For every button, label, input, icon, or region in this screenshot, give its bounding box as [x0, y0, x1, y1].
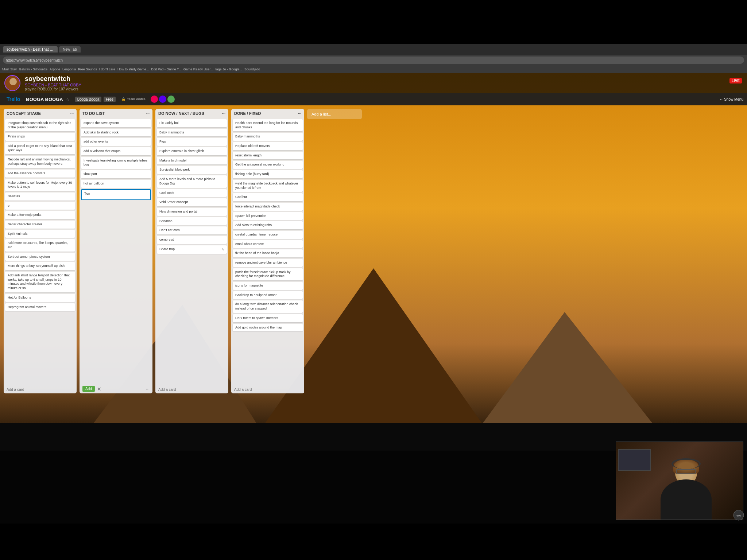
card-done-10[interactable]: Spawn kill prevention	[233, 212, 303, 220]
card-done-3[interactable]: Replace old raft movers	[233, 142, 303, 150]
card-concept-9[interactable]: Make a few mojo perks	[5, 211, 75, 219]
card-concept-11[interactable]: Spirit Animals	[5, 230, 75, 238]
card-donow-6[interactable]: Survivalist Mojo perk	[157, 166, 227, 174]
add-card-done[interactable]: Add a card	[231, 386, 304, 393]
snare-trap-edit-icon[interactable]: ✎	[221, 247, 224, 252]
card-donow-8[interactable]: God Tools	[157, 189, 227, 197]
board-badge-btn[interactable]: Free	[104, 97, 116, 102]
card-done-5[interactable]: Get the antagonist mover working	[233, 161, 303, 169]
column-concept-stage: CONCEPT STAGE ··· Integrate shop cosmeti…	[4, 109, 77, 393]
card-done-13[interactable]: email about context	[233, 240, 303, 248]
inactive-tab[interactable]: New Tab	[59, 46, 81, 52]
bookmark-2[interactable]: Galway - Silhouette	[19, 67, 47, 71]
card-todo-7[interactable]: hot air balloon	[81, 180, 151, 188]
bookmark-11[interactable]: Soundjado	[244, 67, 260, 71]
bookmark-10[interactable]: lage Jo - Google...	[215, 67, 242, 71]
card-todo-6[interactable]: xbox port	[81, 170, 151, 178]
card-donow-1[interactable]: Fix Goldy boi	[157, 119, 227, 127]
card-done-15[interactable]: remove ancient cave blur ambience	[233, 259, 303, 267]
cancel-card-todo-btn[interactable]: ✕	[97, 386, 101, 392]
card-donow-2[interactable]: Baby mammoths	[157, 129, 227, 137]
card-options-icon[interactable]: ···	[146, 386, 150, 392]
streamer-info: soybeentwitch SOYBEEN - BEAT THAT OBBY p…	[25, 75, 743, 91]
browser-chrome: soybeentwitch - Beat That Obby New Tab M…	[0, 44, 747, 73]
streamer-game: SOYBEEN - BEAT THAT OBBY	[25, 83, 743, 87]
add-card-todo-actions: Add ✕ ···	[80, 384, 152, 393]
show-menu-button[interactable]: ← Show Menu	[719, 97, 743, 101]
bookmark-7[interactable]: How to study Game...	[117, 67, 149, 71]
card-donow-13[interactable]: cornbread	[157, 236, 227, 244]
card-todo-3[interactable]: add other events	[81, 138, 151, 146]
card-concept-5[interactable]: add the essence boosters	[5, 170, 75, 178]
card-concept-1[interactable]: Integrate shop cosmetic tab to the right…	[5, 119, 75, 131]
card-concept-6[interactable]: Make button to sell levers for Mojo, eve…	[5, 179, 75, 191]
team-visible-label: Team Visible	[127, 97, 146, 101]
card-done-20[interactable]: Dark totem to spawn meteors	[233, 314, 303, 322]
new-card-input[interactable]: Ton	[81, 189, 151, 200]
card-concept-2[interactable]: Pirate ships	[5, 133, 75, 141]
card-concept-3[interactable]: add a portal to get to the sky island th…	[5, 142, 75, 154]
add-list-button[interactable]: Add a list...	[307, 109, 362, 119]
card-donow-14[interactable]: Snare trap ✎	[157, 245, 227, 254]
card-done-2[interactable]: Baby mammoths	[233, 133, 303, 141]
card-done-21[interactable]: Add gold nodes around the map	[233, 324, 303, 332]
card-concept-10[interactable]: Better character creator	[5, 221, 75, 229]
card-done-14[interactable]: fix the head of the loose banjo	[233, 249, 303, 257]
avatar-3	[167, 96, 175, 103]
card-donow-5[interactable]: Make a bird model	[157, 157, 227, 165]
card-donow-4[interactable]: Explore emerald in chest glitch	[157, 147, 227, 155]
card-done-17[interactable]: icons for magnetite	[233, 282, 303, 290]
card-concept-17[interactable]: Reprogram animal movers	[5, 303, 75, 311]
card-concept-13[interactable]: Sort out armor pierce system	[5, 253, 75, 261]
column-concept-stage-menu[interactable]: ···	[70, 111, 74, 116]
card-done-19[interactable]: do a long term distance teleportation ch…	[233, 300, 303, 312]
card-concept-4[interactable]: Recode raft and animal moving mechanics,…	[5, 156, 75, 168]
add-card-todo-btn[interactable]: Add	[82, 386, 95, 392]
card-done-9[interactable]: force interact magnitude check	[233, 203, 303, 211]
bookmark-4[interactable]: Leaponia	[62, 67, 76, 71]
card-done-6[interactable]: fishing pole (hurry tard)	[233, 170, 303, 178]
bookmark-6[interactable]: I don't care	[99, 67, 115, 71]
bookmark-1[interactable]: Must Stay	[2, 67, 17, 71]
bookmark-3[interactable]: Arpone	[50, 67, 60, 71]
card-donow-11[interactable]: Bananas	[157, 217, 227, 225]
card-done-18[interactable]: Backdrop to equipped armor	[233, 291, 303, 299]
card-done-1[interactable]: Health bars extend too long for ice moun…	[233, 119, 303, 131]
card-done-4[interactable]: reset storm length	[233, 152, 303, 160]
add-card-concept-stage[interactable]: Add a card	[4, 386, 77, 393]
url-input[interactable]	[3, 57, 744, 64]
column-done-cards: Health bars extend too long for ice moun…	[231, 118, 304, 386]
star-icon[interactable]: ☆	[66, 97, 69, 101]
card-concept-14[interactable]: More things to buy, set yourself up bish	[5, 262, 75, 270]
board-subtitle-btn[interactable]: Booga Booga	[75, 97, 102, 102]
card-todo-2[interactable]: Add skin to starting rock	[81, 129, 151, 137]
active-tab[interactable]: soybeentwitch - Beat That Obby	[3, 46, 58, 52]
column-todo-menu[interactable]: ···	[146, 111, 150, 116]
card-todo-5[interactable]: Investigate teamkilling joining multiple…	[81, 157, 151, 169]
card-concept-15[interactable]: Add anti short range teleport detection …	[5, 272, 75, 292]
card-done-7[interactable]: weld the magnetite backpack and whatever…	[233, 180, 303, 192]
column-todo-title: TO DO LIST	[82, 111, 105, 116]
card-done-11[interactable]: Add slots to existing rafts	[233, 221, 303, 229]
card-concept-7[interactable]: Ballistas	[5, 192, 75, 201]
card-concept-8[interactable]: e	[5, 202, 75, 210]
card-donow-9[interactable]: Void Armor concept	[157, 198, 227, 206]
bookmark-9[interactable]: Game Ready User...	[183, 67, 213, 71]
card-donow-10[interactable]: New dimension and portal	[157, 208, 227, 216]
card-todo-4[interactable]: add a volcano that erupts	[81, 147, 151, 155]
card-done-12[interactable]: crystal guardian timer reduce	[233, 231, 303, 239]
card-done-16[interactable]: patch the forceinteract pickup track by …	[233, 268, 303, 280]
card-donow-7[interactable]: Add 5 more levels and 6 more picks to Bo…	[157, 175, 227, 187]
card-donow-3[interactable]: Pigs	[157, 138, 227, 146]
column-done-menu[interactable]: ···	[298, 111, 301, 116]
card-todo-1[interactable]: expand the cave system	[81, 119, 151, 127]
bookmark-8[interactable]: Edit Pad - Online T...	[151, 67, 181, 71]
board-title[interactable]: BOOGA BOOGA	[26, 97, 63, 102]
card-concept-16[interactable]: Hot Air Balloons	[5, 294, 75, 302]
bookmark-5[interactable]: Free Sounds	[78, 67, 97, 71]
column-donow-menu[interactable]: ···	[222, 111, 225, 116]
card-concept-12[interactable]: Add more structures, like keeps, quarrie…	[5, 239, 75, 251]
add-card-donow[interactable]: Add a card	[155, 386, 228, 393]
card-done-8[interactable]: God hut	[233, 193, 303, 201]
card-donow-12[interactable]: Can't eat corn	[157, 226, 227, 234]
